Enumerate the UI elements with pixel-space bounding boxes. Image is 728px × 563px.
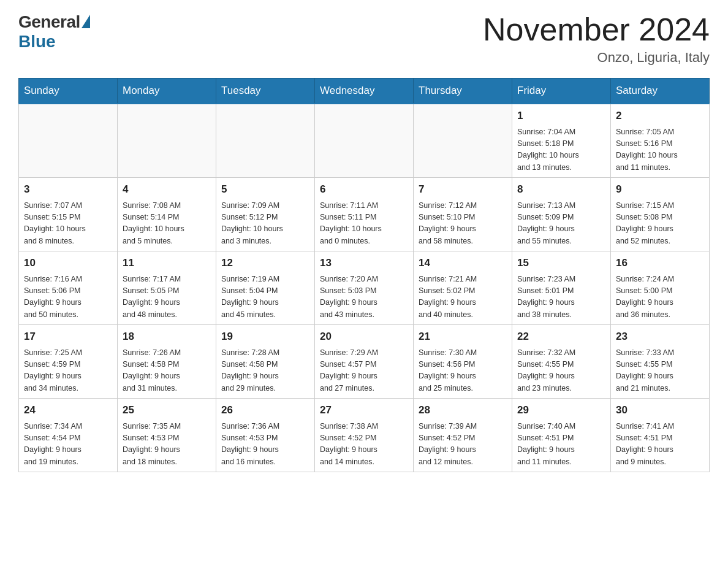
calendar-day-header: Saturday: [611, 79, 710, 104]
day-number: 5: [221, 182, 309, 197]
day-info: Sunrise: 7:29 AM Sunset: 4:57 PM Dayligh…: [320, 347, 408, 395]
calendar-day-header: Sunday: [19, 79, 118, 104]
day-info: Sunrise: 7:04 AM Sunset: 5:18 PM Dayligh…: [517, 126, 605, 174]
day-number: 26: [221, 402, 309, 418]
calendar-day-header: Wednesday: [315, 79, 414, 104]
calendar-day-cell: 5Sunrise: 7:09 AM Sunset: 5:12 PM Daylig…: [216, 178, 315, 251]
calendar-day-cell: 17Sunrise: 7:25 AM Sunset: 4:59 PM Dayli…: [19, 325, 118, 399]
logo-general-text: General: [18, 12, 80, 32]
day-number: 14: [419, 255, 507, 271]
day-number: 22: [517, 329, 605, 345]
calendar-day-cell: 12Sunrise: 7:19 AM Sunset: 5:04 PM Dayli…: [216, 251, 315, 325]
calendar-table: SundayMondayTuesdayWednesdayThursdayFrid…: [18, 78, 710, 472]
day-number: 11: [123, 255, 211, 271]
logo: General Blue: [18, 12, 90, 52]
day-info: Sunrise: 7:09 AM Sunset: 5:12 PM Dayligh…: [221, 200, 309, 248]
month-title: November 2024: [483, 12, 710, 47]
location-text: Onzo, Liguria, Italy: [483, 50, 710, 66]
calendar-day-cell: 2Sunrise: 7:05 AM Sunset: 5:16 PM Daylig…: [611, 104, 710, 178]
calendar-day-cell: [414, 104, 512, 178]
calendar-day-cell: 10Sunrise: 7:16 AM Sunset: 5:06 PM Dayli…: [19, 251, 118, 325]
day-number: 20: [320, 329, 408, 345]
calendar-week-row: 3Sunrise: 7:07 AM Sunset: 5:15 PM Daylig…: [19, 178, 710, 251]
page-header: General Blue November 2024 Onzo, Liguria…: [18, 12, 710, 66]
calendar-day-cell: 29Sunrise: 7:40 AM Sunset: 4:51 PM Dayli…: [512, 399, 611, 472]
day-number: 17: [24, 329, 112, 345]
day-info: Sunrise: 7:28 AM Sunset: 4:58 PM Dayligh…: [221, 347, 309, 395]
day-number: 23: [616, 329, 704, 345]
day-number: 29: [517, 402, 605, 418]
calendar-day-header: Thursday: [414, 79, 512, 104]
calendar-day-cell: 15Sunrise: 7:23 AM Sunset: 5:01 PM Dayli…: [512, 251, 611, 325]
day-number: 9: [616, 182, 704, 197]
day-number: 16: [616, 255, 704, 271]
day-info: Sunrise: 7:19 AM Sunset: 5:04 PM Dayligh…: [221, 274, 309, 321]
calendar-day-cell: 23Sunrise: 7:33 AM Sunset: 4:55 PM Dayli…: [611, 325, 710, 399]
calendar-day-cell: 3Sunrise: 7:07 AM Sunset: 5:15 PM Daylig…: [19, 178, 118, 251]
day-info: Sunrise: 7:17 AM Sunset: 5:05 PM Dayligh…: [123, 274, 211, 321]
calendar-day-cell: 9Sunrise: 7:15 AM Sunset: 5:08 PM Daylig…: [611, 178, 710, 251]
day-info: Sunrise: 7:12 AM Sunset: 5:10 PM Dayligh…: [419, 200, 507, 248]
day-number: 30: [616, 402, 704, 418]
day-info: Sunrise: 7:08 AM Sunset: 5:14 PM Dayligh…: [123, 200, 211, 248]
calendar-day-cell: 25Sunrise: 7:35 AM Sunset: 4:53 PM Dayli…: [118, 399, 216, 472]
calendar-day-cell: 28Sunrise: 7:39 AM Sunset: 4:52 PM Dayli…: [414, 399, 512, 472]
calendar-day-cell: 30Sunrise: 7:41 AM Sunset: 4:51 PM Dayli…: [611, 399, 710, 472]
calendar-day-cell: 26Sunrise: 7:36 AM Sunset: 4:53 PM Dayli…: [216, 399, 315, 472]
day-number: 13: [320, 255, 408, 271]
day-info: Sunrise: 7:05 AM Sunset: 5:16 PM Dayligh…: [616, 126, 704, 174]
day-number: 21: [419, 329, 507, 345]
day-info: Sunrise: 7:35 AM Sunset: 4:53 PM Dayligh…: [123, 421, 211, 469]
day-number: 3: [24, 182, 112, 197]
calendar-day-cell: 16Sunrise: 7:24 AM Sunset: 5:00 PM Dayli…: [611, 251, 710, 325]
day-number: 1: [517, 108, 605, 124]
day-info: Sunrise: 7:16 AM Sunset: 5:06 PM Dayligh…: [24, 274, 112, 321]
day-number: 7: [419, 182, 507, 197]
calendar-week-row: 24Sunrise: 7:34 AM Sunset: 4:54 PM Dayli…: [19, 399, 710, 472]
calendar-week-row: 10Sunrise: 7:16 AM Sunset: 5:06 PM Dayli…: [19, 251, 710, 325]
day-number: 4: [123, 182, 211, 197]
calendar-day-cell: [216, 104, 315, 178]
header-right: November 2024 Onzo, Liguria, Italy: [483, 12, 710, 66]
day-info: Sunrise: 7:07 AM Sunset: 5:15 PM Dayligh…: [24, 200, 112, 248]
calendar-day-cell: 27Sunrise: 7:38 AM Sunset: 4:52 PM Dayli…: [315, 399, 414, 472]
day-info: Sunrise: 7:38 AM Sunset: 4:52 PM Dayligh…: [320, 421, 408, 469]
day-info: Sunrise: 7:33 AM Sunset: 4:55 PM Dayligh…: [616, 347, 704, 395]
calendar-week-row: 17Sunrise: 7:25 AM Sunset: 4:59 PM Dayli…: [19, 325, 710, 399]
day-number: 2: [616, 108, 704, 124]
calendar-week-row: 1Sunrise: 7:04 AM Sunset: 5:18 PM Daylig…: [19, 104, 710, 178]
calendar-day-header: Friday: [512, 79, 611, 104]
day-number: 28: [419, 402, 507, 418]
day-info: Sunrise: 7:25 AM Sunset: 4:59 PM Dayligh…: [24, 347, 112, 395]
calendar-day-cell: 22Sunrise: 7:32 AM Sunset: 4:55 PM Dayli…: [512, 325, 611, 399]
calendar-day-cell: 20Sunrise: 7:29 AM Sunset: 4:57 PM Dayli…: [315, 325, 414, 399]
day-info: Sunrise: 7:30 AM Sunset: 4:56 PM Dayligh…: [419, 347, 507, 395]
calendar-day-header: Monday: [118, 79, 216, 104]
calendar-day-cell: 19Sunrise: 7:28 AM Sunset: 4:58 PM Dayli…: [216, 325, 315, 399]
day-number: 10: [24, 255, 112, 271]
day-info: Sunrise: 7:20 AM Sunset: 5:03 PM Dayligh…: [320, 274, 408, 321]
calendar-day-cell: 13Sunrise: 7:20 AM Sunset: 5:03 PM Dayli…: [315, 251, 414, 325]
day-info: Sunrise: 7:24 AM Sunset: 5:00 PM Dayligh…: [616, 274, 704, 321]
calendar-day-cell: 8Sunrise: 7:13 AM Sunset: 5:09 PM Daylig…: [512, 178, 611, 251]
day-number: 25: [123, 402, 211, 418]
calendar-day-header: Tuesday: [216, 79, 315, 104]
day-info: Sunrise: 7:23 AM Sunset: 5:01 PM Dayligh…: [517, 274, 605, 321]
day-number: 15: [517, 255, 605, 271]
day-info: Sunrise: 7:26 AM Sunset: 4:58 PM Dayligh…: [123, 347, 211, 395]
day-number: 27: [320, 402, 408, 418]
calendar-day-cell: 1Sunrise: 7:04 AM Sunset: 5:18 PM Daylig…: [512, 104, 611, 178]
calendar-day-cell: 14Sunrise: 7:21 AM Sunset: 5:02 PM Dayli…: [414, 251, 512, 325]
day-info: Sunrise: 7:32 AM Sunset: 4:55 PM Dayligh…: [517, 347, 605, 395]
calendar-day-cell: 21Sunrise: 7:30 AM Sunset: 4:56 PM Dayli…: [414, 325, 512, 399]
day-info: Sunrise: 7:34 AM Sunset: 4:54 PM Dayligh…: [24, 421, 112, 469]
day-number: 8: [517, 182, 605, 197]
day-info: Sunrise: 7:36 AM Sunset: 4:53 PM Dayligh…: [221, 421, 309, 469]
calendar-day-cell: 24Sunrise: 7:34 AM Sunset: 4:54 PM Dayli…: [19, 399, 118, 472]
calendar-day-cell: 7Sunrise: 7:12 AM Sunset: 5:10 PM Daylig…: [414, 178, 512, 251]
day-number: 6: [320, 182, 408, 197]
day-info: Sunrise: 7:11 AM Sunset: 5:11 PM Dayligh…: [320, 200, 408, 248]
calendar-header-row: SundayMondayTuesdayWednesdayThursdayFrid…: [19, 79, 710, 104]
logo-triangle-icon: [82, 15, 90, 28]
day-number: 24: [24, 402, 112, 418]
